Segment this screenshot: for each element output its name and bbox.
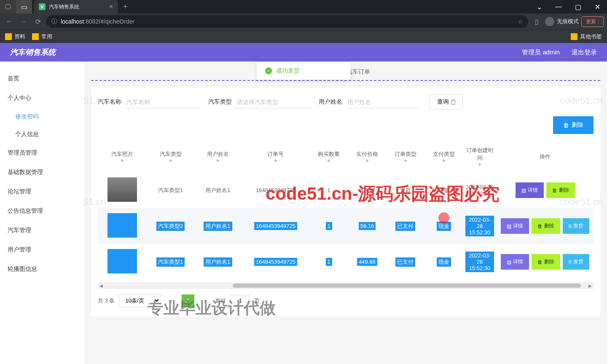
- col-price[interactable]: 实付价格◆: [348, 141, 387, 172]
- reload-button[interactable]: ⟳: [32, 16, 44, 27]
- page-size-select[interactable]: 10条/页: [119, 294, 161, 307]
- app-title: 汽车销售系统: [10, 47, 56, 57]
- table-row[interactable]: 汽车类型2 用户姓名1 1648453949725 1 59.16 已支付 现金…: [98, 208, 594, 244]
- cell-time: 2022-03-28 15:52:30: [463, 208, 497, 244]
- order-table: 汽车照片◆ 汽车类型◆ 用户姓名◆ 订单号◆ 购买数量◆ 实付价格◆ 订单类型◆…: [98, 141, 594, 280]
- sort-icon: ◆: [465, 162, 494, 166]
- delete-button[interactable]: 🗑删除: [532, 254, 560, 270]
- table-row[interactable]: 汽车类型1 用户姓名1 1648453949725 1 449.88 已支付 现…: [98, 244, 594, 280]
- toolbar: 🗑删除: [98, 116, 594, 134]
- menu-notice[interactable]: 公告信息管理: [0, 201, 84, 221]
- cell-user: 用户姓名1: [194, 208, 242, 244]
- cell-time: 2022-03-28 15:52:30: [463, 172, 497, 208]
- search-user-input[interactable]: [346, 96, 422, 108]
- menu-car[interactable]: 汽车管理: [0, 221, 84, 240]
- cell-pay: 现金: [424, 244, 463, 280]
- admin-label[interactable]: 管理员 admin: [522, 48, 560, 56]
- sys-tab-1[interactable]: [0, 0, 16, 13]
- search-button[interactable]: 查询⎕: [429, 94, 463, 110]
- cell-price: 449.88: [348, 244, 387, 280]
- ship-icon: ⎘: [569, 259, 572, 265]
- table-wrap: 汽车照片◆ 汽车类型◆ 用户姓名◆ 订单号◆ 购买数量◆ 实付价格◆ 订单类型◆…: [98, 141, 594, 280]
- minimize-button[interactable]: —: [549, 0, 568, 13]
- detail-button[interactable]: ▤详情: [501, 254, 529, 270]
- search-type-select[interactable]: [235, 96, 311, 108]
- goto-input[interactable]: [231, 295, 250, 306]
- sys-tab-2[interactable]: ▭: [16, 0, 32, 13]
- folder-icon: [571, 33, 577, 40]
- col-type[interactable]: 汽车类型◆: [147, 141, 194, 172]
- new-tab-button[interactable]: +: [118, 3, 133, 11]
- sort-icon: ◆: [427, 158, 460, 163]
- scroll-thumb[interactable]: [233, 284, 581, 288]
- menu-user[interactable]: 用户管理: [0, 240, 84, 260]
- delete-button[interactable]: 🗑删除: [532, 218, 560, 234]
- col-qty[interactable]: 购买数量◆: [310, 141, 348, 172]
- table-header-row: 汽车照片◆ 汽车类型◆ 用户姓名◆ 订单号◆ 购买数量◆ 实付价格◆ 订单类型◆…: [98, 141, 594, 172]
- bulk-delete-button[interactable]: 🗑删除: [553, 116, 594, 134]
- trash-icon: 🗑: [537, 223, 543, 229]
- info-icon: ⓘ: [51, 18, 57, 25]
- url-host: localhost: [61, 18, 84, 25]
- divider: [91, 80, 600, 81]
- maximize-button[interactable]: ▢: [568, 0, 588, 13]
- close-icon[interactable]: ×: [109, 3, 113, 11]
- car-image: [107, 249, 137, 273]
- extensions-icon[interactable]: ▯: [531, 16, 543, 27]
- ship-button[interactable]: ⎘发货: [563, 218, 589, 234]
- forward-button[interactable]: →: [18, 16, 30, 27]
- trash-icon: 🗑: [537, 259, 543, 265]
- table-row[interactable]: 汽车类型1 用户姓名1 1648453949725 1 303.42 退款 现金…: [98, 172, 594, 208]
- ship-icon: ⎘: [569, 223, 572, 229]
- delete-button[interactable]: 🗑删除: [546, 182, 575, 198]
- star-icon[interactable]: ☆: [518, 18, 523, 25]
- page-total: 共 3 条: [98, 297, 115, 305]
- menu-personal[interactable]: 个人中心: [0, 88, 84, 108]
- menu-change-pwd[interactable]: 修改密码: [0, 108, 84, 126]
- cell-order: 1648453949725: [242, 244, 310, 280]
- update-button[interactable]: 更新 :: [581, 16, 604, 27]
- sort-icon: ◆: [312, 158, 346, 163]
- next-page-button[interactable]: ›: [199, 294, 211, 307]
- col-status[interactable]: 订单类型◆: [386, 141, 424, 172]
- prev-page-button[interactable]: ‹: [165, 294, 177, 307]
- cell-user: 用户姓名1: [194, 244, 242, 280]
- scroll-left-icon[interactable]: ◀: [98, 282, 105, 289]
- menu-forum[interactable]: 论坛管理: [0, 182, 84, 201]
- url-bar[interactable]: ⓘ localhost:8082/#/qicheOrder ☆: [46, 15, 528, 28]
- cell-status: 已支付: [386, 244, 424, 280]
- other-bookmarks[interactable]: 其他书签: [571, 33, 602, 40]
- detail-button[interactable]: ▤详情: [516, 182, 544, 198]
- toast-text: 成功发货: [276, 67, 300, 75]
- goto-label: 前往: [215, 297, 226, 305]
- col-time[interactable]: 订单创建时间◆: [463, 141, 497, 172]
- menu-admin[interactable]: 管理员管理: [0, 143, 84, 163]
- menu-personal-info[interactable]: 个人信息: [0, 126, 84, 143]
- app-header: 汽车销售系统 管理员 admin 退出登录: [0, 43, 607, 62]
- ship-button[interactable]: ⎘发货: [563, 254, 589, 270]
- page-number[interactable]: 1: [182, 294, 194, 307]
- cell-type: 汽车类型2: [147, 208, 194, 244]
- check-icon: ✓: [265, 67, 272, 74]
- detail-button[interactable]: ▤详情: [501, 218, 529, 234]
- menu-carousel[interactable]: 轮播图信息: [0, 260, 84, 279]
- car-image: [107, 177, 137, 202]
- doc-icon: ▤: [521, 187, 526, 193]
- col-pay[interactable]: 支付类型◆: [424, 141, 463, 172]
- horizontal-scrollbar[interactable]: ◀ ▶: [98, 282, 594, 289]
- search-name-input[interactable]: [125, 96, 201, 108]
- col-order[interactable]: 订单号◆: [242, 141, 310, 172]
- logout-link[interactable]: 退出登录: [572, 48, 597, 56]
- success-toast: ✓ 成功发货: [256, 62, 351, 80]
- close-button[interactable]: ✕: [588, 0, 607, 13]
- back-button[interactable]: ←: [3, 16, 15, 27]
- bookmark-1[interactable]: 资料: [5, 33, 25, 40]
- browser-tab[interactable]: V 汽车销售系统 ×: [34, 0, 118, 13]
- col-user[interactable]: 用户姓名◆: [194, 141, 242, 172]
- menu-basic-data[interactable]: 基础数据管理: [0, 163, 84, 182]
- bookmark-2[interactable]: 常用: [32, 33, 52, 40]
- sort-icon: ◆: [351, 158, 384, 163]
- chevron-down-icon[interactable]: ⌄: [529, 0, 549, 13]
- scroll-right-icon[interactable]: ▶: [587, 282, 594, 289]
- menu-home[interactable]: 首页: [0, 69, 84, 88]
